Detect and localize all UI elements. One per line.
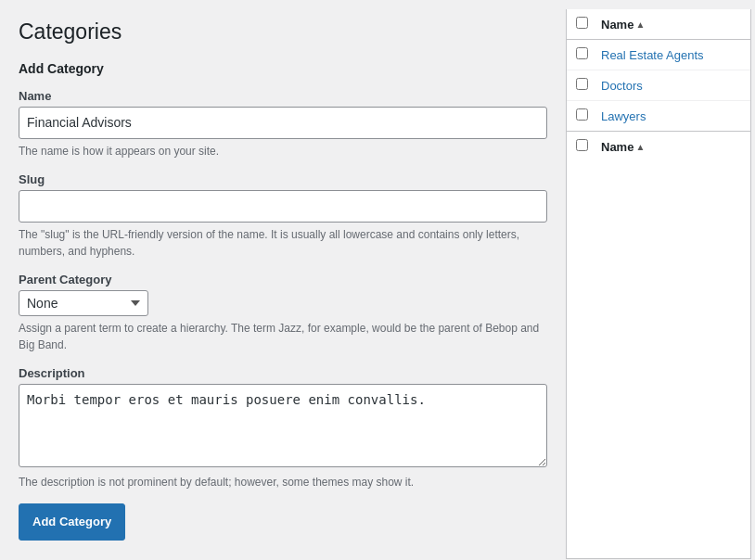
slug-label: Slug: [19, 172, 547, 186]
description-textarea[interactable]: Morbi tempor eros et mauris posuere enim…: [19, 384, 547, 467]
section-title: Add Category: [19, 61, 547, 76]
row-name-cell: Doctors: [592, 70, 750, 101]
categories-table: Name ▲ Real Estate Agents Doctors: [567, 9, 750, 161]
footer-name-column[interactable]: Name ▲: [592, 132, 750, 162]
page-title: Categories: [19, 19, 547, 46]
row-checkbox[interactable]: [576, 78, 588, 90]
select-all-checkbox[interactable]: [576, 17, 588, 29]
category-link[interactable]: Real Estate Agents: [601, 48, 704, 62]
table-row: Doctors: [567, 70, 750, 101]
name-label: Name: [19, 89, 547, 103]
table-footer-row: Name ▲: [567, 132, 750, 162]
table-row: Lawyers: [567, 101, 750, 132]
description-label: Description: [19, 366, 547, 380]
sort-icon: ▲: [635, 19, 645, 30]
row-name-cell: Lawyers: [592, 101, 750, 132]
name-column-header[interactable]: Name ▲: [592, 9, 750, 40]
categories-table-panel: Name ▲ Real Estate Agents Doctors: [566, 9, 751, 559]
footer-checkbox-cell: [567, 132, 592, 162]
parent-hint: Assign a parent term to create a hierarc…: [19, 320, 547, 353]
description-field-group: Description Morbi tempor eros et mauris …: [19, 366, 547, 490]
row-checkbox[interactable]: [576, 47, 588, 59]
footer-sort-icon: ▲: [635, 142, 645, 152]
slug-field-group: Slug The "slug" is the URL-friendly vers…: [19, 172, 547, 260]
row-checkbox-cell: [567, 101, 592, 132]
table-row: Real Estate Agents: [567, 40, 750, 70]
description-hint: The description is not prominent by defa…: [19, 474, 547, 490]
name-hint: The name is how it appears on your site.: [19, 143, 547, 159]
name-input[interactable]: [19, 107, 547, 139]
parent-label: Parent Category: [19, 273, 547, 286]
row-checkbox-cell: [567, 40, 592, 70]
category-link[interactable]: Lawyers: [601, 109, 646, 123]
table-header-row: Name ▲: [567, 9, 750, 40]
slug-hint: The "slug" is the URL-friendly version o…: [19, 226, 547, 260]
slug-input[interactable]: [19, 190, 547, 223]
parent-select[interactable]: None: [19, 290, 148, 316]
header-checkbox-cell: [567, 9, 592, 40]
category-link[interactable]: Doctors: [601, 79, 643, 93]
row-name-cell: Real Estate Agents: [592, 40, 750, 70]
footer-name-label: Name: [601, 140, 633, 154]
row-checkbox[interactable]: [576, 108, 588, 121]
name-field-group: Name The name is how it appears on your …: [19, 89, 547, 159]
name-column-label: Name: [601, 18, 633, 32]
add-category-button[interactable]: Add Category: [19, 503, 125, 541]
parent-field-group: Parent Category None Assign a parent ter…: [19, 273, 547, 353]
footer-select-all-checkbox[interactable]: [576, 139, 588, 151]
row-checkbox-cell: [567, 70, 592, 101]
